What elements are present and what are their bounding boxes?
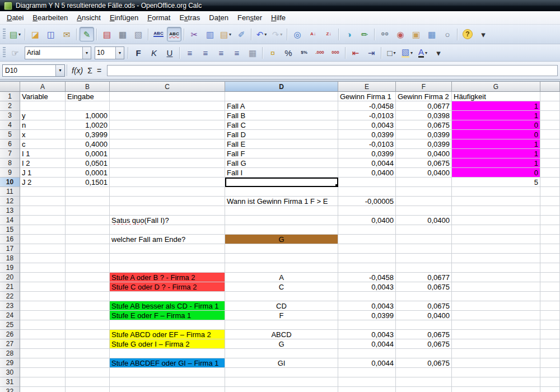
cell-D10[interactable]: [225, 178, 338, 187]
column-header-B[interactable]: B: [66, 82, 110, 92]
borders-dropdown-icon[interactable]: ▾: [394, 50, 396, 55]
number-format-currency-button[interactable]: ¤: [265, 45, 280, 60]
cell-F6[interactable]: 0,0399: [396, 139, 452, 149]
cell-D5[interactable]: Fall D: [225, 130, 338, 139]
cell-B14[interactable]: [66, 216, 110, 225]
cell-A10[interactable]: J 2: [20, 178, 66, 187]
cell-C23[interactable]: Stufe AB besser als CD - Firma 1: [110, 301, 225, 311]
sort-ascending-button[interactable]: A↓: [306, 27, 320, 41]
cell-D11[interactable]: [225, 187, 338, 197]
cell-E16[interactable]: [338, 235, 396, 244]
cell-G24[interactable]: [452, 311, 540, 320]
cell-A32[interactable]: [20, 387, 66, 392]
cell-E31[interactable]: [338, 377, 396, 387]
cell-A22[interactable]: [20, 292, 66, 301]
cell-F19[interactable]: [396, 263, 452, 273]
cell-D8[interactable]: Fall G: [225, 158, 338, 168]
cell-H2[interactable]: [540, 101, 560, 111]
cell-F17[interactable]: [396, 244, 452, 254]
cell-E27[interactable]: 0,0044: [338, 339, 396, 349]
cell-A4[interactable]: n: [20, 120, 66, 130]
font-size-combobox[interactable]: ▾: [95, 46, 124, 59]
cell-A7[interactable]: I 1: [20, 149, 66, 158]
cell-A1[interactable]: Variable: [20, 92, 66, 101]
cell-C5[interactable]: [110, 130, 225, 139]
row-header-1[interactable]: 1: [0, 92, 20, 101]
cell-E30[interactable]: [338, 368, 396, 377]
cell-C8[interactable]: [110, 158, 225, 168]
paste-button[interactable]: ▤▾: [218, 27, 233, 41]
cell-E21[interactable]: 0,0043: [338, 282, 396, 292]
cell-E25[interactable]: [338, 320, 396, 330]
navigator-button[interactable]: ◉: [393, 27, 408, 41]
cell-H22[interactable]: [540, 292, 560, 301]
cell-G27[interactable]: [452, 339, 540, 349]
cell-F28[interactable]: [396, 349, 452, 358]
cell-B24[interactable]: [66, 311, 110, 320]
cell-H26[interactable]: [540, 330, 560, 339]
select-all-corner[interactable]: [0, 82, 20, 92]
font-name-combobox[interactable]: ▾: [25, 46, 91, 59]
row-header-19[interactable]: 19: [0, 263, 20, 273]
cell-F12[interactable]: [396, 197, 452, 206]
cell-C13[interactable]: [110, 206, 225, 216]
open-button[interactable]: ◪: [28, 27, 43, 41]
column-header-F[interactable]: F: [396, 82, 452, 92]
cell-H25[interactable]: [540, 320, 560, 330]
column-header-G[interactable]: G: [452, 82, 540, 92]
auto-spellcheck-button[interactable]: ABC: [167, 27, 181, 41]
cell-B17[interactable]: [66, 244, 110, 254]
row-header-31[interactable]: 31: [0, 377, 20, 387]
cell-A17[interactable]: [20, 244, 66, 254]
cell-H14[interactable]: [540, 216, 560, 225]
cell-G1[interactable]: Häufigkeit: [452, 92, 540, 101]
cell-C30[interactable]: [110, 368, 225, 377]
cell-H23[interactable]: [540, 301, 560, 311]
cell-H5[interactable]: [540, 130, 560, 139]
column-header-E[interactable]: E: [338, 82, 396, 92]
menu-bearbeiten[interactable]: Bearbeiten: [28, 12, 72, 24]
cell-E12[interactable]: -0,00005: [338, 197, 396, 206]
row-header-18[interactable]: 18: [0, 254, 20, 263]
cell-F13[interactable]: [396, 206, 452, 216]
bold-button[interactable]: F: [131, 45, 146, 60]
cell-A28[interactable]: [20, 349, 66, 358]
toolbar-grip[interactable]: [3, 29, 6, 40]
cell-B16[interactable]: [66, 235, 110, 244]
cell-A19[interactable]: [20, 263, 66, 273]
cell-D28[interactable]: [225, 349, 338, 358]
name-box[interactable]: ▾: [2, 64, 65, 77]
cell-F3[interactable]: 0,0398: [396, 111, 452, 120]
cell-G15[interactable]: [452, 225, 540, 235]
cell-C15[interactable]: [110, 225, 225, 235]
cell-E29[interactable]: 0,0044: [338, 358, 396, 368]
new-document-button[interactable]: ▤▾: [8, 27, 22, 41]
cell-D13[interactable]: [225, 206, 338, 216]
cell-G22[interactable]: [452, 292, 540, 301]
copy-button[interactable]: ▥: [203, 27, 217, 41]
cell-C16[interactable]: welcher Fall am Ende?: [110, 235, 225, 244]
cell-D15[interactable]: [225, 225, 338, 235]
row-header-2[interactable]: 2: [0, 101, 20, 111]
cell-B27[interactable]: [66, 339, 110, 349]
cell-G21[interactable]: [452, 282, 540, 292]
insert-chart-button[interactable]: ◑: [342, 27, 356, 41]
font-color-dropdown-icon[interactable]: ▾: [425, 50, 427, 55]
cell-G7[interactable]: 1: [452, 149, 540, 158]
cell-A11[interactable]: [20, 187, 66, 197]
cell-G8[interactable]: 1: [452, 158, 540, 168]
cell-D26[interactable]: ABCD: [225, 330, 338, 339]
cell-F29[interactable]: 0,0675: [396, 358, 452, 368]
font-size-dropdown-icon[interactable]: ▾: [115, 47, 124, 59]
menu-format[interactable]: Format: [143, 12, 175, 24]
cell-A26[interactable]: [20, 330, 66, 339]
cell-D31[interactable]: [225, 377, 338, 387]
cell-E5[interactable]: 0,0399: [338, 130, 396, 139]
cell-F7[interactable]: 0,0400: [396, 149, 452, 158]
cell-D17[interactable]: [225, 244, 338, 254]
cell-H18[interactable]: [540, 254, 560, 263]
cell-A21[interactable]: [20, 282, 66, 292]
row-header-13[interactable]: 13: [0, 206, 20, 216]
cell-E11[interactable]: [338, 187, 396, 197]
cell-C17[interactable]: [110, 244, 225, 254]
